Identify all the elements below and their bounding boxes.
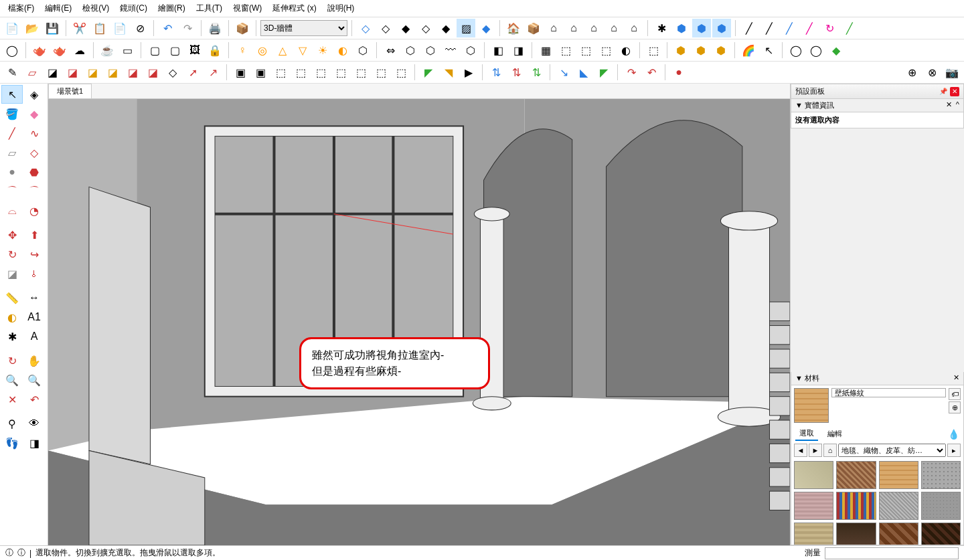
menu-draw[interactable]: 繪圖(R) [153,1,191,15]
style-select[interactable]: 3D-牆體 [260,20,347,36]
section-tool-icon[interactable]: ◨ [23,434,45,452]
grp-6-icon[interactable]: ⬚ [331,63,350,82]
section-4-icon[interactable]: 〰 [441,41,460,60]
teapot-2-icon[interactable]: 🫖 [50,41,69,60]
teapot-1-icon[interactable]: 🫖 [30,41,49,60]
light-5-icon[interactable]: ☀ [313,41,332,60]
push-5-icon[interactable]: ◪ [123,63,142,82]
menu-view[interactable]: 檢視(V) [77,1,114,15]
material-swatch-4[interactable] [794,492,833,520]
menu-file[interactable]: 檔案(F) [3,1,39,15]
poly-tool-icon[interactable]: ⬣ [23,163,45,181]
material-swatch-5[interactable] [836,492,876,520]
section-2-icon[interactable]: ⬡ [401,41,420,60]
menu-ext[interactable]: 延伸程式 (x) [267,1,321,15]
cut-icon[interactable]: ✂️ [70,19,89,37]
material-swatch-7[interactable] [921,492,961,520]
measure-input[interactable] [825,547,959,559]
tape-tool-icon[interactable]: 📏 [1,288,23,307]
geo-1-icon[interactable]: ◯ [787,41,805,60]
save-icon[interactable]: 💾 [43,19,62,37]
prev-tool-icon[interactable]: ↶ [23,390,45,409]
rot-1-icon[interactable]: ↷ [622,63,641,82]
menu-help[interactable]: 說明(H) [322,1,360,15]
edge-3-icon[interactable]: ╱ [780,19,799,37]
material-swatch-8[interactable] [794,523,833,545]
grp-8-icon[interactable]: ⬚ [372,63,390,82]
orbit-tool-icon[interactable]: ↻ [1,351,23,370]
menu-tools[interactable]: 工具(T) [191,1,228,15]
cube-hl-icon[interactable]: ⬢ [692,19,711,37]
cup-icon[interactable]: ☕ [98,41,116,60]
component-icon[interactable]: ⬚ [644,41,663,60]
preset-panel-header[interactable]: 預設面板 📌✕ [791,84,964,99]
followme-tool-icon[interactable]: ↪ [23,245,45,264]
material-preview-swatch[interactable] [794,388,829,423]
box-2-icon[interactable]: ⬚ [556,41,575,60]
material-swatch-3[interactable] [921,461,961,489]
camera-icon[interactable]: 📷 [943,63,961,82]
box-4-icon[interactable]: ⬚ [596,41,615,60]
pan-tool-icon[interactable]: ✋ [23,351,45,370]
arr-3-icon[interactable]: ▶ [459,63,478,82]
new-file-icon[interactable]: 📄 [3,19,21,37]
house-6-icon[interactable]: ⌂ [605,19,623,37]
face-style-3-icon[interactable]: ◆ [396,19,415,37]
house-4-icon[interactable]: ⌂ [564,19,583,37]
house-7-icon[interactable]: ⌂ [625,19,643,37]
mir-2-icon[interactable]: ◣ [574,63,593,82]
box-5-icon[interactable]: ◐ [617,41,635,60]
materials-header[interactable]: ▼ 材料✕ [791,372,964,385]
rainbow-icon[interactable]: 🌈 [739,41,758,60]
push-4-icon[interactable]: ◪ [103,63,122,82]
material-swatch-9[interactable] [836,523,876,545]
material-swatch-11[interactable] [921,523,961,545]
line-tool-icon[interactable]: ╱ [1,124,23,143]
edge-4-icon[interactable]: ╱ [800,19,819,37]
material-swatch-1[interactable] [836,461,876,489]
light-1-icon[interactable]: ♀ [233,41,252,60]
pencil-icon[interactable]: ✎ [3,63,21,82]
scene-tab-1[interactable]: 場景號1 [48,84,92,98]
face-style-5-icon[interactable]: ◆ [436,19,455,37]
geo-3-icon[interactable]: ◆ [827,41,846,60]
bucket-tool-icon[interactable]: 🪣 [1,104,23,123]
print-icon[interactable]: 🖨️ [206,19,224,37]
open-file-icon[interactable]: 📂 [23,19,42,37]
light-2-icon[interactable]: ◎ [253,41,272,60]
mat-3-icon[interactable]: ⬢ [712,41,730,60]
viewport[interactable]: 雖然可成功將視角拉進室內- 但是過程有些麻煩- [48,99,790,545]
section-5-icon[interactable]: ⬡ [461,41,480,60]
face-style-7-icon[interactable]: ◆ [477,19,495,37]
axes-tool-icon[interactable]: ✱ [1,327,23,346]
flip-3-icon[interactable]: ⇅ [527,63,546,82]
move-tool-icon[interactable]: ✥ [1,225,23,244]
compass-icon[interactable]: ⊕ [902,63,921,82]
status-icon-1[interactable]: ⓘ [5,547,13,559]
material-name-input[interactable] [831,388,946,397]
edge-1-icon[interactable]: ╱ [740,19,758,37]
axis-icon[interactable]: ✱ [652,19,671,37]
lock-icon[interactable]: 🔒 [206,41,224,60]
undo-icon[interactable]: ↶ [158,19,177,37]
arc-tool-icon[interactable]: ⌒ [1,182,23,201]
circle-tool-icon[interactable]: ● [1,163,23,181]
cursor-icon[interactable]: ↖ [759,41,778,60]
light-6-icon[interactable]: ◐ [333,41,352,60]
3dtext-tool-icon[interactable]: A [23,327,45,346]
face-style-4-icon[interactable]: ◇ [416,19,435,37]
cube-blue-icon[interactable]: ⬢ [672,19,691,37]
film-icon[interactable]: ▭ [118,41,137,60]
dim-tool-icon[interactable]: ↔ [23,288,45,307]
layer-1-icon[interactable]: ◧ [489,41,507,60]
scale-tool-icon[interactable]: ◪ [1,264,23,283]
push-2-icon[interactable]: ◪ [63,63,82,82]
box-3-icon[interactable]: ⬚ [576,41,595,60]
paste-icon[interactable]: 📄 [110,19,129,37]
house-1-icon[interactable]: 🏠 [504,19,523,37]
edge-6-icon[interactable]: ╱ [840,19,859,37]
rect-icon[interactable]: ▱ [23,63,42,82]
menu-window[interactable]: 視窗(W) [228,1,267,15]
edge-2-icon[interactable]: ╱ [760,19,779,37]
arc3-tool-icon[interactable]: ⌓ [1,201,23,220]
